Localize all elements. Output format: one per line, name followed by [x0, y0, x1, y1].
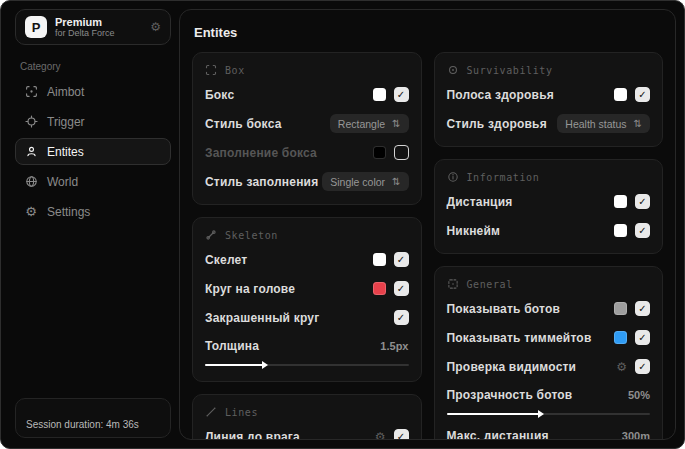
check-icon: ✓ [638, 226, 646, 236]
sidebar-item-world[interactable]: World [15, 168, 171, 195]
setting-row: Стиль здоровья Health status ⇅ [447, 113, 651, 134]
color-swatch[interactable] [614, 224, 627, 237]
thickness-slider[interactable] [205, 364, 409, 366]
checkbox[interactable]: ✓ [394, 281, 409, 296]
sidebar-item-label: Settings [47, 205, 90, 219]
checkbox[interactable]: ✓ [635, 223, 650, 238]
setting-label: Линия до врага [205, 430, 300, 441]
color-swatch[interactable] [373, 146, 386, 159]
sidebar-item-entites[interactable]: Entites [15, 138, 171, 165]
sort-arrows-icon: ⇅ [634, 118, 642, 129]
brand-subtitle: for Delta Force [55, 28, 142, 38]
skeleton-panel-header: Skeleton [205, 229, 409, 241]
setting-row: Бокс ✓ [205, 84, 409, 105]
health-style-dropdown[interactable]: Health status ⇅ [557, 114, 650, 133]
check-icon: ✓ [638, 362, 646, 372]
checkbox[interactable]: ✓ [394, 310, 409, 325]
information-panel-header: Information [447, 171, 651, 183]
setting-row: Показывать ботов ✓ [447, 298, 651, 319]
box-panel: Box Бокс ✓ Стиль бокса Rectangle ⇅ [192, 52, 422, 205]
slider-value: 300m [622, 430, 650, 440]
right-column: Survivability Полоса здоровья ✓ Стиль зд… [434, 52, 664, 440]
setting-label: Стиль здоровья [447, 117, 547, 131]
checkbox[interactable]: ✓ [394, 429, 409, 440]
color-swatch[interactable] [373, 253, 386, 266]
information-panel: Information Дистанция ✓ Никнейм ✓ [434, 159, 664, 254]
checkbox[interactable]: ✓ [635, 330, 650, 345]
color-swatch[interactable] [614, 331, 627, 344]
checkbox[interactable]: ✓ [635, 194, 650, 209]
sidebar-item-label: World [47, 175, 78, 189]
checkbox[interactable]: ✓ [635, 301, 650, 316]
general-panel: General Показывать ботов ✓ Показывать ти… [434, 266, 664, 440]
setting-label: Прозрачность ботов [447, 388, 573, 402]
slider-thumb[interactable] [538, 410, 544, 418]
checkbox[interactable]: ✓ [394, 252, 409, 267]
color-swatch[interactable] [373, 88, 386, 101]
setting-label: Никнейм [447, 224, 501, 238]
setting-label: Круг на голове [205, 282, 295, 296]
gear-icon[interactable]: ⚙ [150, 21, 161, 33]
sidebar: P Premium for Delta Force ⚙ Category Aim… [1, 1, 179, 448]
brand-card: P Premium for Delta Force ⚙ [15, 9, 171, 45]
sort-arrows-icon: ⇅ [392, 118, 400, 129]
sort-arrows-icon: ⇅ [392, 176, 400, 187]
lines-panel-header: Lines [205, 406, 409, 418]
setting-row: Линия до врага ⚙ ✓ [205, 426, 409, 440]
box-style-dropdown[interactable]: Rectangle ⇅ [330, 114, 409, 133]
setting-row: Проверка видимости ⚙ ✓ [447, 356, 651, 377]
setting-label: Закрашенный круг [205, 311, 319, 325]
sidebar-item-label: Aimbot [47, 85, 84, 99]
slider-thumb[interactable] [262, 361, 268, 369]
color-swatch[interactable] [614, 88, 627, 101]
sidebar-item-settings[interactable]: ⚙ Settings [15, 198, 171, 225]
session-duration: Session duration: 4m 36s [26, 419, 139, 430]
setting-label: Показывать тиммейтов [447, 331, 592, 345]
check-icon: ✓ [397, 313, 405, 323]
check-icon: ✓ [638, 197, 646, 207]
sidebar-nav: Aimbot Trigger Entites [15, 78, 171, 225]
box-corners-icon [205, 64, 217, 76]
checkbox[interactable]: ✓ [394, 87, 409, 102]
brand-logo: P [25, 16, 47, 38]
gear-icon[interactable]: ⚙ [375, 431, 386, 441]
check-icon: ✓ [638, 90, 646, 100]
app-window: P Premium for Delta Force ⚙ Category Aim… [0, 0, 685, 449]
bot-opacity-slider[interactable] [447, 413, 651, 415]
sidebar-item-trigger[interactable]: Trigger [15, 108, 171, 135]
category-label: Category [20, 61, 171, 72]
color-swatch[interactable] [373, 282, 386, 295]
sidebar-item-label: Entites [47, 145, 84, 159]
color-swatch[interactable] [614, 302, 627, 315]
setting-row: Закрашенный круг ✓ [205, 307, 409, 328]
entities-person-icon [24, 145, 38, 159]
check-icon: ✓ [397, 284, 405, 294]
globe-icon [24, 175, 38, 189]
session-card: Session duration: 4m 36s [15, 398, 171, 438]
bone-icon [205, 229, 217, 241]
setting-row: Дистанция ✓ [447, 191, 651, 212]
check-icon: ✓ [638, 333, 646, 343]
setting-label: Заполнение бокса [205, 146, 317, 160]
setting-label: Показывать ботов [447, 302, 561, 316]
checkbox[interactable]: ✓ [635, 87, 650, 102]
checkbox[interactable]: ✓ [394, 145, 409, 160]
brand-text: Premium for Delta Force [55, 16, 142, 39]
fill-style-dropdown[interactable]: Single color ⇅ [322, 172, 408, 191]
setting-label: Макс. дистанция [447, 429, 549, 440]
trigger-crosshair-icon [24, 115, 38, 129]
setting-row: Полоса здоровья ✓ [447, 84, 651, 105]
sidebar-item-aimbot[interactable]: Aimbot [15, 78, 171, 105]
setting-row: Никнейм ✓ [447, 220, 651, 241]
color-swatch[interactable] [614, 195, 627, 208]
skeleton-panel: Skeleton Скелет ✓ Круг на голове ✓ [192, 217, 422, 382]
sidebar-item-label: Trigger [47, 115, 85, 129]
gear-icon[interactable]: ⚙ [616, 361, 627, 373]
checkbox[interactable]: ✓ [635, 359, 650, 374]
slider-row: Прозрачность ботов 50% [447, 386, 651, 415]
setting-label: Полоса здоровья [447, 88, 554, 102]
setting-row: Заполнение бокса ✓ [205, 142, 409, 163]
box-panel-header: Box [205, 64, 409, 76]
brand-title: Premium [55, 16, 142, 29]
setting-label: Толщина [205, 339, 259, 353]
